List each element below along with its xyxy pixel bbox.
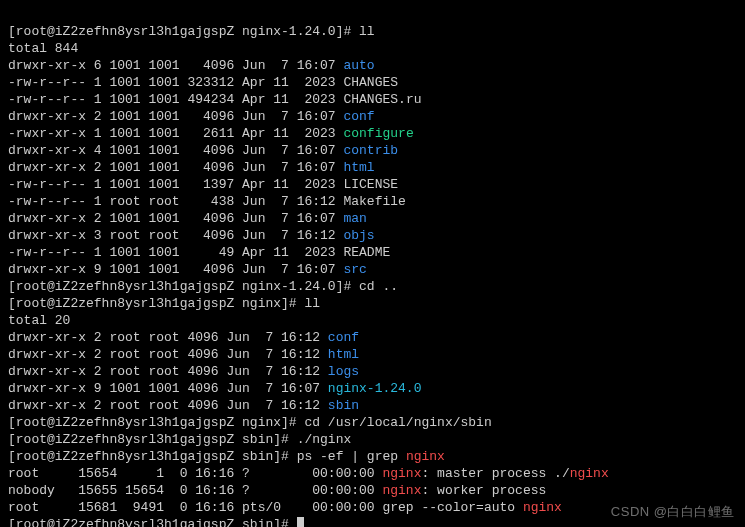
file-name: contrib — [343, 143, 398, 158]
prompt-line: [root@iZ2zefhn8ysrl3h1gajgspZ sbin]# — [8, 517, 297, 527]
cmd-ll: ll — [304, 296, 320, 311]
ps-row: root 15654 1 0 16:16 ? 00:00:00 — [8, 466, 382, 481]
prompt-line: [root@iZ2zefhn8ysrl3h1gajgspZ nginx-1.24… — [8, 279, 359, 294]
cmd-cd-sbin: cd /usr/local/nginx/sbin — [304, 415, 491, 430]
ps-row: root 15681 9491 0 16:16 pts/0 00:00:00 g… — [8, 500, 523, 515]
file-perms: -rwxr-xr-x 1 1001 1001 2611 Apr 11 2023 — [8, 126, 343, 141]
grep-keyword: nginx — [406, 449, 445, 464]
ps-row: nobody 15655 15654 0 16:16 ? 00:00:00 — [8, 483, 382, 498]
file-perms: drwxr-xr-x 2 root root 4096 Jun 7 16:12 — [8, 364, 328, 379]
total-line: total 844 — [8, 41, 78, 56]
prompt-line: [root@iZ2zefhn8ysrl3h1gajgspZ nginx-1.24… — [8, 24, 359, 39]
dir-listing-2: drwxr-xr-x 2 root root 4096 Jun 7 16:12 … — [8, 329, 737, 414]
file-perms: drwxr-xr-x 2 root root 4096 Jun 7 16:12 — [8, 330, 328, 345]
file-name: CHANGES — [343, 75, 398, 90]
file-name: README — [343, 245, 390, 260]
cmd-cd-up: cd .. — [359, 279, 398, 294]
file-perms: drwxr-xr-x 9 1001 1001 4096 Jun 7 16:07 — [8, 262, 343, 277]
file-name: src — [343, 262, 366, 277]
file-perms: drwxr-xr-x 2 1001 1001 4096 Jun 7 16:07 — [8, 211, 343, 226]
file-name: CHANGES.ru — [343, 92, 421, 107]
cmd-ll: ll — [359, 24, 375, 39]
match-nginx: nginx — [382, 483, 421, 498]
prompt-line: [root@iZ2zefhn8ysrl3h1gajgspZ sbin]# — [8, 432, 297, 447]
match-nginx: nginx — [382, 466, 421, 481]
file-perms: -rw-r--r-- 1 1001 1001 49 Apr 11 2023 — [8, 245, 343, 260]
file-name: configure — [343, 126, 413, 141]
file-perms: -rw-r--r-- 1 1001 1001 1397 Apr 11 2023 — [8, 177, 343, 192]
match-nginx: nginx — [523, 500, 562, 515]
file-name: conf — [343, 109, 374, 124]
file-name: man — [343, 211, 366, 226]
prompt-line: [root@iZ2zefhn8ysrl3h1gajgspZ nginx]# — [8, 296, 304, 311]
file-perms: -rw-r--r-- 1 1001 1001 494234 Apr 11 202… — [8, 92, 343, 107]
file-perms: -rw-r--r-- 1 1001 1001 323312 Apr 11 202… — [8, 75, 343, 90]
file-name: Makefile — [343, 194, 405, 209]
file-perms: drwxr-xr-x 6 1001 1001 4096 Jun 7 16:07 — [8, 58, 343, 73]
prompt-line: [root@iZ2zefhn8ysrl3h1gajgspZ sbin]# — [8, 449, 297, 464]
file-name: sbin — [328, 398, 359, 413]
cmd-ps-grep: ps -ef | grep — [297, 449, 406, 464]
file-perms: drwxr-xr-x 2 root root 4096 Jun 7 16:12 — [8, 398, 328, 413]
file-name: html — [343, 160, 374, 175]
file-perms: drwxr-xr-x 3 root root 4096 Jun 7 16:12 — [8, 228, 343, 243]
file-perms: drwxr-xr-x 2 1001 1001 4096 Jun 7 16:07 — [8, 160, 343, 175]
cursor[interactable] — [297, 517, 305, 527]
file-perms: drwxr-xr-x 2 root root 4096 Jun 7 16:12 — [8, 347, 328, 362]
file-name: logs — [328, 364, 359, 379]
file-perms: drwxr-xr-x 2 1001 1001 4096 Jun 7 16:07 — [8, 109, 343, 124]
match-nginx: nginx — [570, 466, 609, 481]
file-name: LICENSE — [343, 177, 398, 192]
file-name: objs — [343, 228, 374, 243]
file-perms: drwxr-xr-x 4 1001 1001 4096 Jun 7 16:07 — [8, 143, 343, 158]
file-perms: -rw-r--r-- 1 root root 438 Jun 7 16:12 — [8, 194, 343, 209]
file-name: auto — [343, 58, 374, 73]
terminal-window[interactable]: [root@iZ2zefhn8ysrl3h1gajgspZ nginx-1.24… — [0, 0, 745, 527]
dir-listing-1: drwxr-xr-x 6 1001 1001 4096 Jun 7 16:07 … — [8, 57, 737, 278]
file-perms: drwxr-xr-x 9 1001 1001 4096 Jun 7 16:07 — [8, 381, 328, 396]
file-name: html — [328, 347, 359, 362]
file-name: conf — [328, 330, 359, 345]
cmd-start-nginx: ./nginx — [297, 432, 352, 447]
total-line: total 20 — [8, 313, 70, 328]
file-name: nginx-1.24.0 — [328, 381, 422, 396]
prompt-line: [root@iZ2zefhn8ysrl3h1gajgspZ nginx]# — [8, 415, 304, 430]
